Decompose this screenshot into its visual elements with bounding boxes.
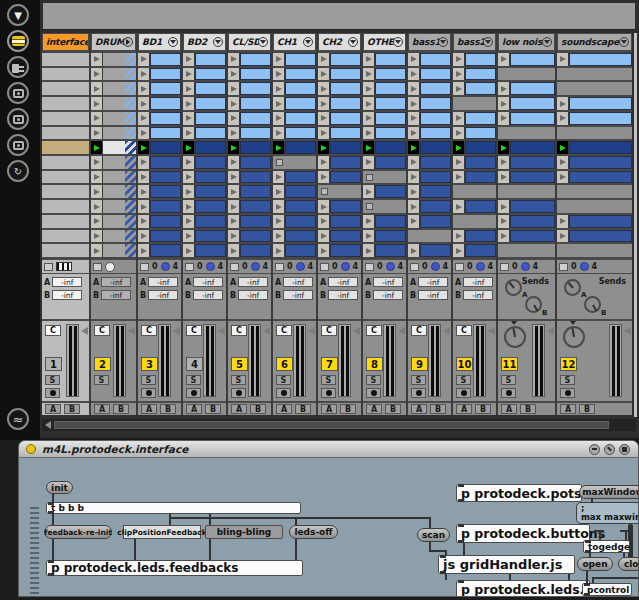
clip-launch-button[interactable] — [498, 82, 510, 95]
clip-slot[interactable] — [363, 185, 406, 198]
clip-launch-button[interactable] — [557, 112, 569, 125]
max-box-leds-grid[interactable]: p protodeck.leds.grid — [456, 580, 590, 597]
clip-slot[interactable] — [557, 53, 632, 66]
clip-slot[interactable] — [498, 141, 555, 154]
clip-body[interactable] — [510, 141, 555, 154]
clip-slot[interactable] — [408, 215, 451, 228]
clip-launch-button[interactable] — [318, 68, 330, 81]
clip-slot[interactable] — [453, 156, 496, 169]
clip-body[interactable] — [195, 171, 226, 184]
clip-body[interactable] — [195, 141, 226, 154]
patcher-mode-icon[interactable] — [604, 444, 615, 455]
clip-body[interactable] — [569, 97, 632, 110]
clip-launch-button[interactable] — [273, 244, 285, 257]
track-activator-checkbox[interactable] — [559, 263, 568, 271]
clip-body[interactable] — [150, 171, 181, 184]
track-activator-checkbox[interactable] — [230, 263, 239, 271]
clip-launch-button[interactable] — [183, 215, 195, 228]
fader-grab-icon[interactable] — [263, 327, 270, 335]
solo-button[interactable]: S — [321, 375, 336, 385]
clip-launch-button[interactable] — [183, 230, 195, 243]
live-devices-icon[interactable] — [7, 30, 29, 52]
clip-slot[interactable] — [557, 171, 632, 184]
send-value-box[interactable]: -inf — [101, 290, 131, 300]
clip-body[interactable] — [330, 82, 361, 95]
clip-body[interactable] — [195, 127, 226, 140]
clip-slot[interactable] — [453, 244, 496, 257]
clip-slot[interactable] — [138, 112, 181, 125]
clip-body[interactable] — [330, 127, 361, 140]
clip-body[interactable] — [569, 171, 632, 184]
clip-slot[interactable] — [273, 156, 316, 169]
clip-launch-button[interactable] — [363, 185, 375, 198]
max-box-togedge[interactable]: togedge — [583, 540, 630, 553]
clip-body[interactable] — [240, 156, 271, 169]
clip-launch-button[interactable] — [228, 68, 240, 81]
clip-slot[interactable] — [557, 68, 632, 81]
clip-launch-button[interactable] — [91, 156, 103, 169]
max-box-bling-bling[interactable]: bling-bling — [205, 525, 283, 539]
clip-body[interactable] — [420, 171, 451, 184]
clip-launch-button[interactable] — [318, 53, 330, 66]
pan-center-box[interactable]: C — [411, 325, 427, 336]
max-box-tbbb[interactable]: t b b b — [46, 502, 301, 514]
clip-body[interactable] — [195, 185, 226, 198]
clip-body[interactable] — [465, 230, 496, 243]
track-activator-checkbox[interactable] — [275, 263, 284, 271]
clip-body[interactable] — [375, 156, 406, 169]
clip-slot[interactable] — [91, 156, 136, 169]
clip-launch-button[interactable] — [363, 230, 375, 243]
max-box-leds-feedbacks[interactable]: p protodeck.leds.feedbacks — [46, 560, 303, 576]
fader-grab-icon[interactable] — [624, 327, 631, 335]
clip-body[interactable] — [420, 53, 451, 66]
clip-launch-button[interactable] — [273, 112, 285, 125]
clip-slot[interactable] — [91, 112, 136, 125]
crossfade-a-button[interactable]: A — [560, 404, 576, 414]
clip-body[interactable] — [150, 215, 181, 228]
clip-launch-button[interactable] — [183, 244, 195, 257]
clip-body[interactable] — [375, 53, 406, 66]
clip-body[interactable] — [375, 97, 406, 110]
clip-slot[interactable] — [408, 171, 451, 184]
clip-body[interactable] — [195, 230, 226, 243]
clip-slot[interactable] — [138, 230, 181, 243]
clip-body[interactable] — [510, 200, 555, 213]
clip-body[interactable] — [510, 230, 555, 243]
max-box-leds-off[interactable]: leds-off — [289, 525, 338, 539]
clip-launch-button[interactable] — [498, 97, 510, 110]
crossfade-b-button[interactable]: B — [250, 404, 266, 414]
clip-launch-button[interactable] — [91, 68, 103, 81]
fader-grab-icon[interactable] — [81, 327, 88, 335]
pan-knob[interactable] — [563, 326, 585, 348]
clip-body[interactable] — [465, 200, 496, 213]
clip-slot[interactable] — [363, 112, 406, 125]
track-activator-number[interactable]: 7 — [321, 357, 338, 371]
clip-slot[interactable] — [318, 53, 361, 66]
clip-body[interactable] — [375, 68, 406, 81]
clip-body[interactable] — [465, 244, 496, 257]
clip-launch-button[interactable] — [363, 53, 375, 66]
fader-grab-icon[interactable] — [353, 327, 360, 335]
clip-body[interactable] — [330, 215, 361, 228]
clip-body[interactable] — [195, 156, 226, 169]
stop-all-clips-icon[interactable] — [393, 37, 403, 47]
clip-launch-button[interactable] — [498, 200, 510, 213]
clip-body[interactable] — [150, 53, 181, 66]
clip-body[interactable] — [375, 215, 406, 228]
clip-slot[interactable] — [557, 112, 632, 125]
send-value-box[interactable]: -inf — [373, 277, 403, 287]
clip-body[interactable] — [285, 185, 316, 198]
clip-slot[interactable] — [228, 53, 271, 66]
clip-launch-button[interactable] — [228, 200, 240, 213]
clip-slot[interactable] — [408, 127, 451, 140]
clip-slot[interactable] — [273, 82, 316, 95]
solo-button[interactable]: S — [456, 375, 471, 385]
clip-launch-button[interactable] — [228, 156, 240, 169]
send-value-box[interactable]: -inf — [328, 290, 358, 300]
max-box-pots[interactable]: p protodeck.pots — [456, 484, 582, 502]
clip-launch-button[interactable] — [363, 68, 375, 81]
clip-launch-button[interactable] — [408, 68, 420, 81]
fader-grab-icon[interactable] — [488, 327, 495, 335]
clip-body[interactable] — [375, 185, 406, 198]
clip-body[interactable] — [195, 200, 226, 213]
